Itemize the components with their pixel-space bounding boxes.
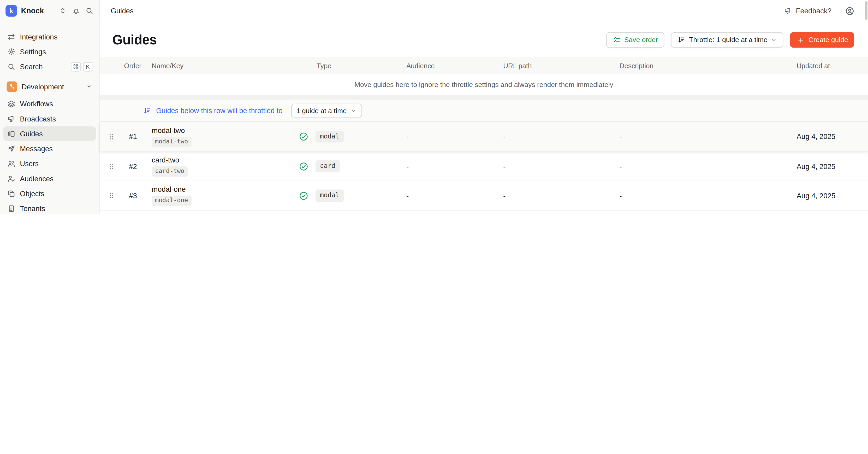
messages-icon — [6, 144, 16, 153]
unthrottled-drop-zone[interactable]: Move guides here to ignore the throttle … — [100, 74, 868, 95]
guide-url-path: - — [498, 133, 614, 141]
workspace-switcher-icon[interactable] — [59, 6, 67, 15]
sidebar-item-search[interactable]: Search⌘K — [3, 59, 96, 74]
column-url-path: URL path — [498, 62, 614, 70]
guide-audience: - — [401, 133, 498, 141]
search-icon[interactable] — [85, 6, 94, 15]
megaphone-icon — [784, 6, 793, 15]
column-name-key: Name/Key — [152, 62, 296, 70]
sidebar-item-label: Tenants — [20, 204, 45, 212]
guide-row[interactable]: #4 banner-four banner-four banner - - - … — [100, 210, 868, 214]
throttle-row-text: Guides below this row will be throttled … — [156, 106, 282, 115]
column-description: Description — [614, 62, 791, 70]
save-order-button[interactable]: Save order — [606, 32, 664, 48]
throttle-amount-select[interactable]: 1 guide at a time — [291, 104, 362, 118]
feedback-button[interactable]: Feedback? — [784, 6, 832, 15]
workspace-name: Knock — [21, 6, 44, 15]
sidebar-item-label: Broadcasts — [20, 114, 56, 123]
guide-type-badge: card — [315, 160, 340, 172]
sidebar-item-settings[interactable]: Settings — [3, 45, 96, 59]
sidebar-item-guides[interactable]: Guides — [3, 126, 96, 141]
drag-handle-icon[interactable] — [107, 163, 124, 170]
scrollbar-thumb[interactable] — [865, 1, 867, 20]
guide-row[interactable]: #2 card-two card-two card - - - Aug 4, 2… — [100, 152, 868, 181]
sidebar-item-integrations[interactable]: Integrations — [3, 29, 96, 44]
objects-icon — [6, 189, 16, 198]
drag-handle-icon[interactable] — [107, 133, 124, 141]
users-icon — [6, 159, 16, 168]
page-header: Guides Save order Throttle: 1 guide at a… — [100, 22, 868, 58]
sidebar-item-label: Audiences — [20, 174, 54, 182]
chevron-down-icon — [86, 83, 92, 90]
drag-handle-icon[interactable] — [107, 192, 124, 200]
sidebar: IntegrationsSettingsSearch⌘KDevelopmentW… — [0, 22, 100, 214]
integrations-icon — [6, 32, 16, 41]
column-type: Type — [311, 62, 401, 70]
sidebar-item-objects[interactable]: Objects — [3, 186, 96, 201]
sidebar-item-tenants[interactable]: Tenants — [3, 201, 96, 214]
sidebar-item-audiences[interactable]: Audiences — [3, 171, 96, 186]
sidebar-item-broadcasts[interactable]: Broadcasts — [3, 111, 96, 126]
throttle-amount-value: 1 guide at a time — [297, 107, 347, 114]
chevron-down-icon — [350, 107, 357, 114]
sidebar-item-label: Users — [20, 159, 39, 168]
sidebar-item-development[interactable]: Development — [3, 79, 96, 93]
sidebar-item-label: Integrations — [20, 32, 57, 41]
guide-audience: - — [401, 162, 498, 170]
search-icon — [6, 62, 16, 71]
guide-name[interactable]: card-two — [152, 156, 179, 164]
sidebar-item-label: Development — [22, 82, 64, 91]
main-content: Guides Save order Throttle: 1 guide at a… — [100, 22, 868, 214]
column-updated-at: Updated at — [791, 62, 868, 70]
throttle-label: Throttle: 1 guide at a time — [689, 36, 768, 44]
sort-descending-icon — [677, 35, 686, 45]
guide-updated-at: Aug 4, 2025 — [791, 192, 868, 200]
sidebar-item-label: Workflows — [20, 100, 53, 108]
guide-name[interactable]: modal-two — [152, 126, 185, 135]
sidebar-item-users[interactable]: Users — [3, 156, 96, 171]
guide-type-badge: modal — [315, 190, 343, 202]
guide-description: - — [614, 192, 791, 200]
guides-icon — [6, 129, 16, 138]
guide-url-path: - — [498, 192, 614, 200]
plus-icon — [796, 35, 805, 45]
topbar-main: Guides Feedback? — [100, 0, 868, 22]
broadcasts-icon — [6, 114, 16, 123]
guide-updated-at: Aug 4, 2025 — [791, 162, 868, 170]
guide-description: - — [614, 162, 791, 170]
save-order-label: Save order — [624, 36, 658, 44]
workspace-switcher[interactable]: k Knock — [0, 0, 100, 22]
guide-name[interactable]: modal-one — [152, 185, 186, 194]
sort-descending-icon — [143, 106, 152, 115]
page-title: Guides — [113, 32, 157, 48]
keyboard-shortcut: ⌘K — [70, 62, 92, 71]
create-guide-label: Create guide — [808, 36, 848, 44]
guide-updated-at: Aug 4, 2025 — [791, 133, 868, 141]
sidebar-item-messages[interactable]: Messages — [3, 141, 96, 156]
throttle-divider-row: Guides below this row will be throttled … — [100, 100, 868, 122]
account-menu-icon[interactable] — [845, 6, 855, 16]
sidebar-item-label: Search — [20, 62, 42, 71]
section-divider — [100, 95, 868, 100]
column-audience: Audience — [401, 62, 498, 70]
guide-order: #3 — [124, 192, 152, 200]
sidebar-item-label: Objects — [20, 189, 44, 197]
status-check-circle-icon — [296, 162, 311, 171]
sidebar-nav: IntegrationsSettingsSearch⌘KDevelopmentW… — [0, 29, 99, 214]
guide-row[interactable]: #3 modal-one modal-one modal - - - Aug 4… — [100, 181, 868, 210]
notifications-bell-icon[interactable] — [72, 6, 81, 15]
sidebar-item-label: Messages — [20, 144, 53, 153]
guide-order: #2 — [124, 162, 152, 170]
audiences-icon — [6, 174, 16, 183]
create-guide-button[interactable]: Create guide — [790, 32, 854, 48]
feedback-label: Feedback? — [796, 6, 832, 15]
sidebar-item-label: Settings — [20, 47, 46, 56]
development-icon — [6, 81, 17, 92]
tenants-icon — [6, 204, 16, 213]
chevron-down-icon — [771, 36, 777, 43]
throttle-dropdown-button[interactable]: Throttle: 1 guide at a time — [671, 32, 783, 48]
sidebar-item-workflows[interactable]: Workflows — [3, 96, 96, 111]
guide-audience: - — [401, 192, 498, 200]
guide-row[interactable]: #1 modal-two modal-two modal - - - Aug 4… — [100, 122, 868, 152]
breadcrumb[interactable]: Guides — [111, 6, 133, 15]
